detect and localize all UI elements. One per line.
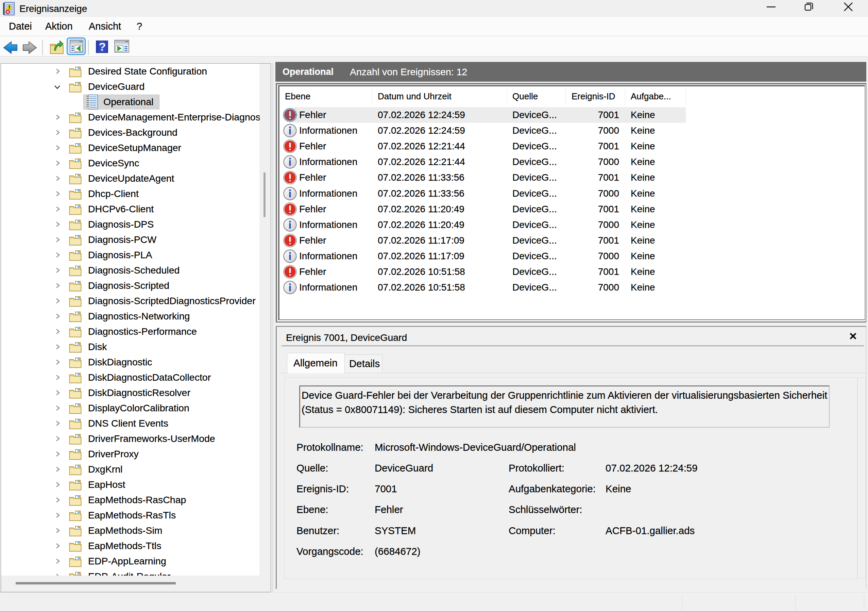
svg-text:?: ?: [99, 40, 106, 53]
